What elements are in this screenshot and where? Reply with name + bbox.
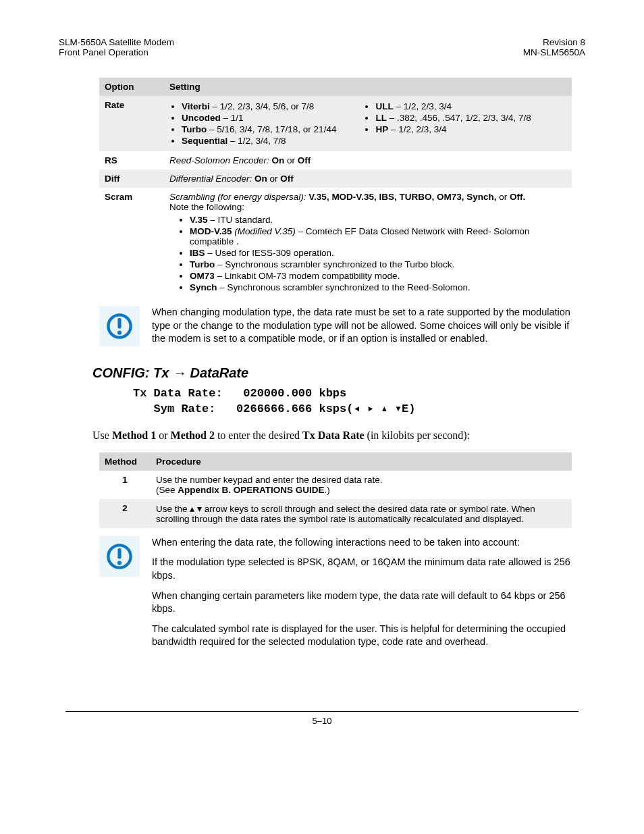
th-procedure: Procedure	[151, 452, 572, 471]
method-row-1: 1 Use the number keypad and enter the de…	[99, 471, 572, 499]
svg-point-2	[117, 331, 122, 335]
caution-text-1: When changing modulation type, the data …	[152, 306, 572, 346]
option-setting-table: Option Setting Rate Viterbi – 1/2, 2/3, …	[99, 78, 572, 298]
row-diff: Diff Differential Encoder: On or Off	[99, 170, 572, 188]
scram-label: Scram	[99, 188, 164, 298]
diff-setting: Differential Encoder: On or Off	[164, 170, 572, 188]
svg-rect-1	[117, 318, 121, 329]
section-heading: CONFIG: Tx → DataRate	[92, 365, 585, 381]
caution-icon	[99, 306, 140, 346]
scram-setting: Scrambling (for energy dispersal): V.35,…	[164, 188, 572, 298]
svg-point-5	[117, 561, 122, 565]
rate-col1: Viterbi – 1/2, 2/3, 3/4, 5/6, or 7/8 Unc…	[169, 100, 336, 147]
row-scram: Scram Scrambling (for energy dispersal):…	[99, 188, 572, 298]
method-1-proc: Use the number keypad and enter the desi…	[151, 471, 572, 499]
row-rs: RS Reed-Solomon Encoder: On or Off	[99, 151, 572, 170]
th-method: Method	[99, 452, 151, 471]
method-2-proc: Use the ▴ ▾ arrow keys to scroll through…	[151, 499, 572, 528]
method-2-num: 2	[99, 499, 151, 528]
arrow-right-icon: →	[173, 365, 186, 380]
method-1-num: 1	[99, 471, 151, 499]
header-right: Revision 8 MN-SLM5650A	[523, 37, 585, 57]
rate-col2: ULL – 1/2, 2/3, 3/4 LL – .382, .456, .54…	[363, 100, 531, 147]
body-paragraph: Use Method 1 or Method 2 to enter the de…	[92, 429, 585, 442]
svg-rect-4	[117, 548, 121, 559]
rate-label: Rate	[99, 96, 164, 151]
caution-text-2: When entering the data rate, the followi…	[152, 536, 572, 656]
lcd-display: Tx Data Rate: 020000.000 kbps Sym Rate: …	[133, 386, 585, 417]
page-number: 5–10	[0, 716, 644, 726]
row-rate: Rate Viterbi – 1/2, 2/3, 3/4, 5/6, or 7/…	[99, 96, 572, 151]
page-header: SLM-5650A Satellite Modem Front Panel Op…	[59, 37, 585, 57]
caution-icon	[99, 536, 140, 577]
caution-note-1: When changing modulation type, the data …	[99, 306, 572, 346]
rs-label: RS	[99, 151, 164, 170]
updown-arrows-icon: ▴ ▾	[190, 504, 202, 514]
caution-note-2: When entering the data rate, the followi…	[99, 536, 572, 656]
th-option: Option	[99, 78, 164, 96]
diff-label: Diff	[99, 170, 164, 188]
rate-setting: Viterbi – 1/2, 2/3, 3/4, 5/6, or 7/8 Unc…	[164, 96, 572, 151]
header-left: SLM-5650A Satellite Modem Front Panel Op…	[59, 37, 174, 57]
footer-rule	[65, 711, 579, 712]
nav-arrows-icon: ◂ ▸ ▴ ▾	[353, 402, 402, 415]
th-setting: Setting	[164, 78, 572, 96]
method-table: Method Procedure 1 Use the number keypad…	[99, 452, 572, 528]
method-row-2: 2 Use the ▴ ▾ arrow keys to scroll throu…	[99, 499, 572, 528]
rs-setting: Reed-Solomon Encoder: On or Off	[164, 151, 572, 170]
